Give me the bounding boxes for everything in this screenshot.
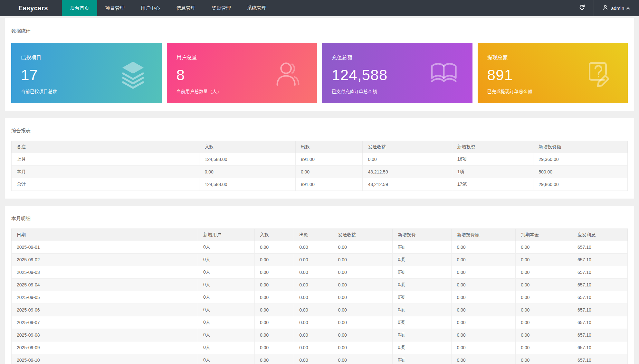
cell: 17笔 xyxy=(452,178,533,191)
table-row: 本月0.000.0043,212.591项500.00 xyxy=(12,166,628,178)
book-icon xyxy=(429,59,459,89)
nav-tab[interactable]: 用户中心 xyxy=(133,0,168,16)
cell: 0.00 xyxy=(452,291,516,304)
cell: 0人 xyxy=(198,291,255,304)
cell: 0.00 xyxy=(333,266,392,279)
cell: 657.10 xyxy=(572,291,627,304)
cell: 657.10 xyxy=(572,354,627,364)
table-row: 2025-09-040人0.000.000.000项0.000.00657.10 xyxy=(12,279,628,291)
table-row: 2025-09-010人0.000.000.000项0.000.00657.10 xyxy=(12,241,628,254)
table-header-row: 备注入款出款发送收益新增投资新增投资额 xyxy=(12,141,628,153)
summary-report-panel: 综合报表 备注入款出款发送收益新增投资新增投资额上月124,588.00891.… xyxy=(5,118,634,199)
stat-card-subtitle: 当前已投项目总数 xyxy=(21,89,152,95)
cell: 657.10 xyxy=(572,341,627,354)
cell: 657.10 xyxy=(572,241,627,254)
cell: 0人 xyxy=(198,316,255,329)
column-header: 到期本金 xyxy=(516,229,572,241)
column-header: 新增用户 xyxy=(198,229,255,241)
stat-card-subtitle: 已支付充值订单总金额 xyxy=(332,89,463,95)
cell: 0.00 xyxy=(516,341,572,354)
detail-section-title: 本月明细 xyxy=(11,206,628,221)
stat-card: 提现总额891已完成提现订单总金额 xyxy=(478,43,628,103)
cell: 0.00 xyxy=(452,354,516,364)
question-doc-icon xyxy=(584,59,614,89)
main-nav: 后台首页项目管理用户中心信息管理奖励管理系统管理 xyxy=(62,0,274,16)
cell: 0.00 xyxy=(254,241,294,254)
cell: 0.00 xyxy=(333,291,392,304)
cell: 657.10 xyxy=(572,266,627,279)
cell: 0.00 xyxy=(294,266,333,279)
column-header: 应发利息 xyxy=(572,229,627,241)
cell: 0.00 xyxy=(516,266,572,279)
cell: 2025-09-07 xyxy=(12,316,198,329)
cell: 43,212.59 xyxy=(363,166,452,178)
stat-card: 充值总额124,588已支付充值订单总金额 xyxy=(322,43,472,103)
nav-tab[interactable]: 信息管理 xyxy=(168,0,204,16)
cell: 657.10 xyxy=(572,254,627,266)
user-menu[interactable]: admin xyxy=(594,0,639,16)
column-header: 出款 xyxy=(295,141,363,153)
cell: 2025-09-08 xyxy=(12,329,198,341)
cell: 2025-09-09 xyxy=(12,341,198,354)
cell: 0项 xyxy=(392,254,451,266)
cell: 657.10 xyxy=(572,316,627,329)
cell: 0人 xyxy=(198,241,255,254)
cell: 0.00 xyxy=(254,266,294,279)
cell: 0.00 xyxy=(295,166,363,178)
column-header: 新增投资 xyxy=(452,141,533,153)
stat-card-subtitle: 已完成提现订单总金额 xyxy=(487,89,618,95)
cell: 0项 xyxy=(392,279,451,291)
stat-card: 用户总量8当前用户总数量（人） xyxy=(167,43,317,103)
refresh-button[interactable] xyxy=(570,0,594,16)
cell: 2025-09-05 xyxy=(12,291,198,304)
summary-report-table: 备注入款出款发送收益新增投资新增投资额上月124,588.00891.000.0… xyxy=(11,141,628,191)
table-row: 2025-09-060人0.000.000.000项0.000.00657.10 xyxy=(12,304,628,316)
nav-tab[interactable]: 系统管理 xyxy=(239,0,274,16)
cell: 2025-09-04 xyxy=(12,279,198,291)
column-header: 新增投资额 xyxy=(533,141,628,153)
cell: 0.00 xyxy=(294,304,333,316)
nav-tab[interactable]: 项目管理 xyxy=(97,0,133,16)
cell: 0.00 xyxy=(516,279,572,291)
nav-tab[interactable]: 后台首页 xyxy=(62,0,97,16)
user-icon xyxy=(273,59,303,89)
cell: 0项 xyxy=(392,354,451,364)
cell: 0.00 xyxy=(516,254,572,266)
cell: 0.00 xyxy=(516,291,572,304)
cell: 0.00 xyxy=(294,254,333,266)
table-row: 2025-09-090人0.000.000.000项0.000.00657.10 xyxy=(12,341,628,354)
content-area: 数据统计 已投项目17当前已投项目总数 用户总量8当前用户总数量（人） 充值总额… xyxy=(0,16,639,364)
cell: 0.00 xyxy=(333,304,392,316)
top-nav-bar: Easycars 后台首页项目管理用户中心信息管理奖励管理系统管理 admin xyxy=(0,0,639,16)
table-row: 2025-09-080人0.000.000.000项0.000.00657.10 xyxy=(12,329,628,341)
cell: 657.10 xyxy=(572,279,627,291)
stat-cards-row: 已投项目17当前已投项目总数 用户总量8当前用户总数量（人） 充值总额124,5… xyxy=(11,43,628,103)
cell: 0项 xyxy=(392,291,451,304)
table-row: 总计124,588.00891.0043,212.5917笔29,860.00 xyxy=(12,178,628,191)
cell: 上月 xyxy=(12,153,199,166)
nav-tab[interactable]: 奖励管理 xyxy=(204,0,239,16)
column-header: 出款 xyxy=(294,229,333,241)
cell: 0.00 xyxy=(254,341,294,354)
cell: 0.00 xyxy=(516,316,572,329)
cell: 0人 xyxy=(198,354,255,364)
cell: 0.00 xyxy=(254,316,294,329)
table-row: 2025-09-020人0.000.000.000项0.000.00657.10 xyxy=(12,254,628,266)
cell: 0.00 xyxy=(254,304,294,316)
cell: 0.00 xyxy=(333,341,392,354)
cell: 总计 xyxy=(12,178,199,191)
column-header: 新增投资额 xyxy=(452,229,516,241)
cell: 本月 xyxy=(12,166,199,178)
cell: 0.00 xyxy=(294,329,333,341)
chevron-up-icon xyxy=(626,7,630,11)
cell: 0.00 xyxy=(294,241,333,254)
column-header: 发送收益 xyxy=(363,141,452,153)
stats-section-title: 数据统计 xyxy=(11,18,628,34)
stat-card-subtitle: 当前用户总数量（人） xyxy=(176,89,308,95)
cell: 500.00 xyxy=(533,166,628,178)
cell: 2025-09-03 xyxy=(12,266,198,279)
cell: 0.00 xyxy=(333,241,392,254)
cell: 0.00 xyxy=(452,279,516,291)
nav-right: admin xyxy=(570,0,639,16)
cell: 0.00 xyxy=(254,254,294,266)
